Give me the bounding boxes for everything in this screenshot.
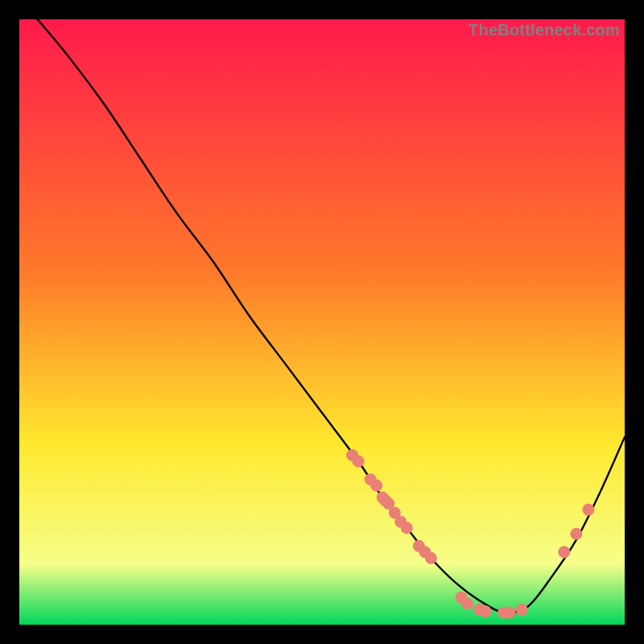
- data-point: [570, 528, 582, 540]
- bottleneck-chart: [19, 19, 625, 625]
- data-point: [582, 504, 594, 516]
- data-point: [516, 604, 528, 616]
- chart-frame: TheBottleneck.com: [19, 19, 625, 625]
- data-point: [558, 546, 570, 558]
- attribution-label: TheBottleneck.com: [469, 21, 620, 39]
- data-point: [370, 480, 382, 492]
- data-point: [504, 606, 516, 618]
- data-point: [480, 605, 492, 617]
- data-point: [353, 455, 365, 467]
- data-point: [401, 522, 413, 534]
- data-point: [425, 552, 437, 564]
- gradient-bg: [19, 19, 625, 625]
- data-point: [461, 597, 473, 609]
